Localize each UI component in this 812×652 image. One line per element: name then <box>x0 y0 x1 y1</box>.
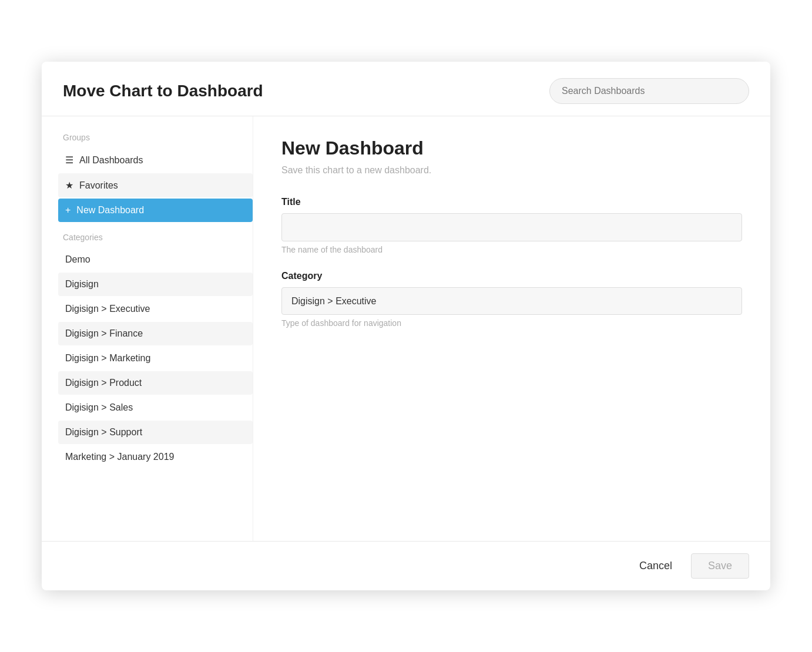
modal-footer: Cancel Save <box>42 541 770 590</box>
new-dashboard-title: New Dashboard <box>281 137 742 159</box>
main-content: New Dashboard Save this chart to a new d… <box>253 116 770 541</box>
categories-list: DemoDigisignDigisign > ExecutiveDigisign… <box>58 248 253 469</box>
title-hint: The name of the dashboard <box>281 245 742 254</box>
move-chart-modal: Move Chart to Dashboard Groups ☰ All Das… <box>42 62 770 590</box>
sidebar-item-favorites-label: Favorites <box>79 180 118 191</box>
save-button[interactable]: Save <box>691 553 749 579</box>
sidebar: Groups ☰ All Dashboards ★ Favorites + Ne… <box>42 116 253 541</box>
category-select[interactable]: Digisign > Executive <box>281 287 742 315</box>
title-form-group: Title The name of the dashboard <box>281 197 742 254</box>
category-label: Category <box>281 271 742 281</box>
sidebar-category-digisign-finance[interactable]: Digisign > Finance <box>58 322 253 345</box>
sidebar-category-demo[interactable]: Demo <box>58 248 253 271</box>
sidebar-category-digisign-support[interactable]: Digisign > Support <box>58 421 253 444</box>
sidebar-category-digisign-executive[interactable]: Digisign > Executive <box>58 297 253 321</box>
sidebar-item-new-dashboard-label: New Dashboard <box>76 205 144 216</box>
sidebar-category-digisign[interactable]: Digisign <box>58 273 253 296</box>
title-label: Title <box>281 197 742 207</box>
sidebar-item-favorites[interactable]: ★ Favorites <box>58 173 253 197</box>
categories-label: Categories <box>58 233 253 242</box>
cancel-button[interactable]: Cancel <box>628 554 684 578</box>
list-icon: ☰ <box>65 154 73 166</box>
sidebar-category-marketing-jan-2019[interactable]: Marketing > January 2019 <box>58 445 253 469</box>
plus-icon: + <box>65 205 71 216</box>
sidebar-category-digisign-marketing[interactable]: Digisign > Marketing <box>58 347 253 370</box>
category-form-group: Category Digisign > Executive Type of da… <box>281 271 742 328</box>
new-dashboard-subtitle: Save this chart to a new dashboard. <box>281 165 742 176</box>
sidebar-category-digisign-sales[interactable]: Digisign > Sales <box>58 396 253 419</box>
title-input[interactable] <box>281 213 742 241</box>
modal-body: Groups ☰ All Dashboards ★ Favorites + Ne… <box>42 116 770 541</box>
sidebar-item-all-dashboards[interactable]: ☰ All Dashboards <box>58 148 253 172</box>
sidebar-category-digisign-product[interactable]: Digisign > Product <box>58 371 253 395</box>
modal-header: Move Chart to Dashboard <box>42 62 770 116</box>
star-icon: ★ <box>65 180 73 191</box>
category-hint: Type of dashboard for navigation <box>281 318 742 328</box>
sidebar-item-new-dashboard[interactable]: + New Dashboard <box>58 199 253 222</box>
sidebar-item-all-dashboards-label: All Dashboards <box>79 155 143 166</box>
groups-label: Groups <box>58 133 253 142</box>
modal-title: Move Chart to Dashboard <box>63 82 263 100</box>
search-input[interactable] <box>549 78 749 104</box>
